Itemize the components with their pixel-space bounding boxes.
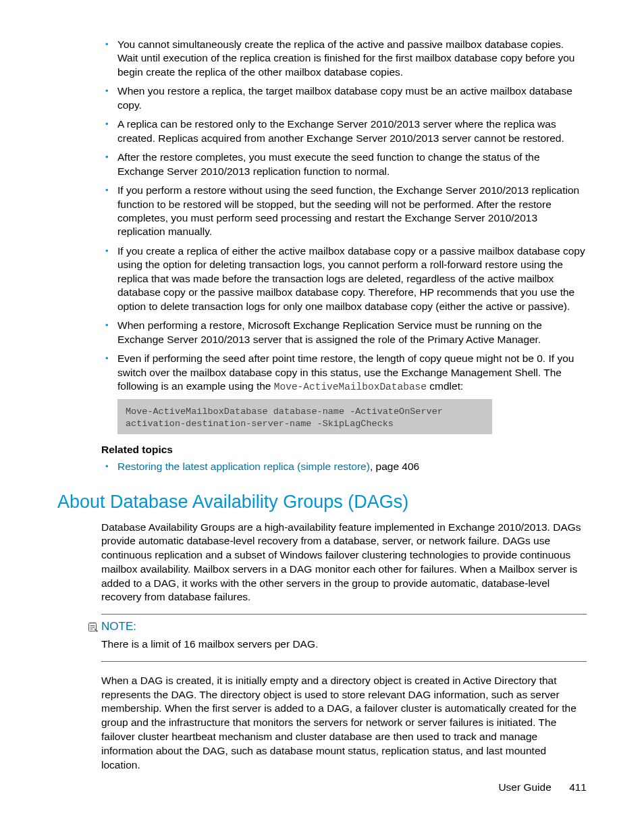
section-body: Database Availability Groups are a high-… — [101, 521, 587, 773]
list-item: Restoring the latest application replica… — [101, 460, 587, 473]
paragraph: Database Availability Groups are a high-… — [101, 521, 587, 605]
related-topic-page: , page 406 — [370, 461, 419, 472]
note-icon — [88, 621, 99, 632]
list-item: You cannot simultaneously create the rep… — [101, 38, 587, 79]
list-item: Even if performing the seed after point … — [101, 352, 587, 394]
section-heading-dags: About Database Availability Groups (DAGs… — [57, 492, 587, 513]
note-body: There is a limit of 16 mailbox servers p… — [101, 637, 587, 652]
list-item: If you perform a restore without using t… — [101, 184, 587, 239]
list-item: When performing a restore, Microsoft Exc… — [101, 319, 587, 346]
page: You cannot simultaneously create the rep… — [0, 0, 644, 834]
note-label: NOTE: — [101, 620, 136, 633]
related-topic-link[interactable]: Restoring the latest application replica… — [117, 461, 370, 472]
note-heading: NOTE: — [88, 620, 587, 633]
list-item: After the restore completes, you must ex… — [101, 151, 587, 178]
note-block: NOTE: There is a limit of 16 mailbox ser… — [101, 614, 587, 662]
code-block: Move-ActiveMailboxDatabase database-name… — [117, 399, 492, 434]
list-item: A replica can be restored only to the Ex… — [101, 118, 587, 145]
related-topics-list: Restoring the latest application replica… — [101, 460, 587, 473]
paragraph: When a DAG is created, it is initially e… — [101, 674, 587, 772]
bulleted-list-block: You cannot simultaneously create the rep… — [101, 38, 587, 474]
primary-bullet-list: You cannot simultaneously create the rep… — [101, 38, 587, 394]
page-footer: User Guide 411 — [498, 781, 587, 793]
related-topics-heading: Related topics — [101, 444, 587, 456]
list-item-text-post: cmdlet: — [427, 380, 463, 392]
list-item: When you restore a replica, the target m… — [101, 84, 587, 112]
footer-doc-title: User Guide — [498, 781, 551, 793]
inline-code: Move-ActiveMailboxDatabase — [274, 382, 427, 392]
footer-page-number: 411 — [569, 781, 587, 793]
list-item: If you create a replica of either the ac… — [101, 244, 587, 313]
